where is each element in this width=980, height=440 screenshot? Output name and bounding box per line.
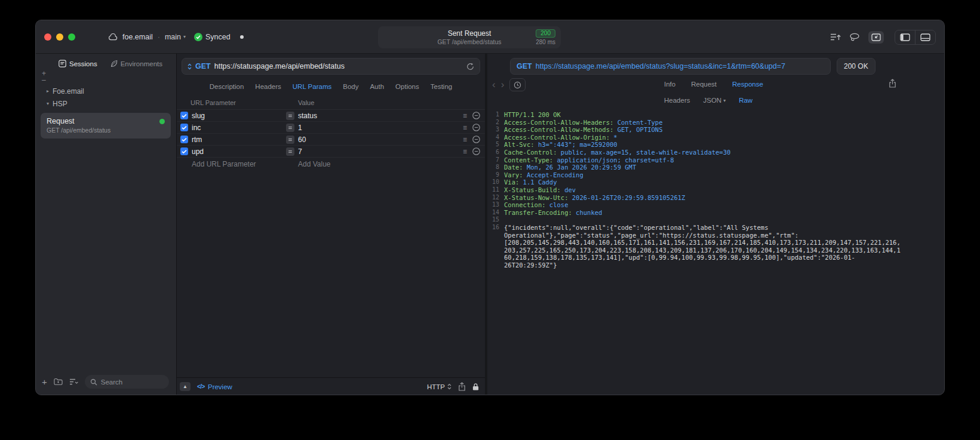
lasso-icon[interactable] bbox=[849, 33, 860, 42]
request-status-capsule[interactable]: Sent Request GET /api/embed/status 200 2… bbox=[378, 26, 561, 48]
param-value[interactable]: status bbox=[298, 112, 463, 120]
param-checkbox[interactable] bbox=[180, 136, 188, 143]
preview-label: Preview bbox=[208, 383, 232, 390]
tab-response[interactable]: Response bbox=[732, 81, 763, 88]
drag-handle-icon[interactable]: ≡ bbox=[463, 147, 467, 156]
drag-handle-icon[interactable]: ≡ bbox=[463, 124, 467, 132]
value-type-icon[interactable] bbox=[286, 136, 294, 144]
param-name[interactable]: slug bbox=[192, 112, 286, 120]
tab-body[interactable]: Body bbox=[343, 83, 358, 90]
add-request-icon[interactable]: + bbox=[42, 378, 47, 386]
line-content: Connection: close bbox=[504, 201, 568, 209]
response-top-row: GET https://statuspage.me/api/embed/stat… bbox=[487, 54, 944, 77]
remove-param-icon[interactable] bbox=[472, 112, 480, 119]
new-folder-icon[interactable] bbox=[54, 378, 63, 386]
response-url-bar[interactable]: GET https://statuspage.me/api/embed/stat… bbox=[510, 58, 831, 75]
response-url: https://statuspage.me/api/embed/status?s… bbox=[536, 62, 785, 70]
request-method[interactable]: GET bbox=[195, 62, 211, 70]
request-panel: GET https://statuspage.me/api/embed/stat… bbox=[177, 54, 487, 395]
branch-name: main bbox=[165, 33, 181, 41]
tree-item-hsp[interactable]: ▾ HSP bbox=[36, 97, 176, 110]
param-checkbox[interactable] bbox=[180, 147, 188, 155]
tab-request[interactable]: Request bbox=[691, 81, 717, 88]
history-clock-button[interactable] bbox=[509, 78, 526, 91]
param-row[interactable]: inc 1 ≡ bbox=[177, 122, 485, 134]
expand-panel-icon[interactable]: ▲ bbox=[180, 382, 191, 391]
param-value[interactable]: 1 bbox=[298, 124, 463, 132]
response-body[interactable]: 1HTTP/1.1 200 OK2Access-Control-Allow-He… bbox=[487, 108, 944, 395]
add-param-row[interactable]: Add URL Parameter Add Value bbox=[177, 158, 485, 171]
line-content: Via: 1.1 Caddy bbox=[504, 179, 557, 186]
minimize-window-button[interactable] bbox=[56, 33, 63, 41]
zoom-window-button[interactable] bbox=[68, 33, 75, 41]
request-url-bar[interactable]: GET https://statuspage.me/api/embed/stat… bbox=[182, 58, 480, 75]
drag-handle-icon[interactable]: ≡ bbox=[463, 112, 467, 120]
subtab-json[interactable]: JSON▾ bbox=[703, 97, 726, 104]
capsule-main: Sent Request GET /api/embed/status bbox=[378, 29, 561, 45]
import-window-icon[interactable] bbox=[868, 31, 884, 44]
request-item-title: Request bbox=[47, 117, 165, 125]
drag-handle-icon[interactable]: ≡ bbox=[463, 136, 467, 144]
tab-environments[interactable]: Environments bbox=[110, 60, 162, 67]
environments-leaf-icon bbox=[110, 60, 118, 67]
param-row[interactable]: slug status ≡ bbox=[177, 110, 485, 122]
add-param-value-placeholder[interactable]: Add Value bbox=[298, 160, 480, 168]
subtab-headers[interactable]: Headers bbox=[664, 97, 690, 104]
history-forward-icon[interactable]: › bbox=[501, 79, 505, 91]
param-name[interactable]: rtm bbox=[192, 136, 286, 144]
tab-info[interactable]: Info bbox=[664, 81, 675, 88]
param-checkbox[interactable] bbox=[180, 124, 188, 131]
export-lines-icon[interactable] bbox=[830, 33, 841, 41]
param-checkbox[interactable] bbox=[180, 112, 188, 119]
tab-options[interactable]: Options bbox=[395, 83, 419, 90]
tab-description[interactable]: Description bbox=[210, 83, 244, 90]
param-row[interactable]: upd 7 ≡ bbox=[177, 146, 485, 158]
param-value[interactable]: 7 bbox=[298, 147, 463, 156]
line-content: {"incidents":null,"overall":{"code":"ope… bbox=[504, 224, 903, 269]
chevron-right-icon: ▸ bbox=[47, 88, 49, 94]
response-line: 1HTTP/1.1 200 OK bbox=[490, 111, 944, 119]
remove-param-icon[interactable] bbox=[472, 136, 480, 143]
tab-headers[interactable]: Headers bbox=[255, 83, 281, 90]
refresh-icon[interactable] bbox=[466, 63, 474, 70]
method-stepper-icon[interactable] bbox=[188, 63, 192, 70]
param-name[interactable]: upd bbox=[192, 147, 286, 156]
value-type-icon[interactable] bbox=[286, 124, 294, 132]
remove-param-icon[interactable] bbox=[472, 124, 480, 131]
remove-param-icon[interactable] bbox=[472, 147, 480, 155]
tab-sessions[interactable]: Sessions bbox=[59, 60, 97, 67]
sort-filter-icon[interactable] bbox=[69, 379, 78, 385]
subtab-raw[interactable]: Raw bbox=[739, 97, 752, 104]
sync-status[interactable]: Synced bbox=[194, 33, 231, 41]
request-url-input[interactable]: https://statuspage.me/api/embed/status bbox=[214, 62, 463, 70]
collapse-icon[interactable]: ‒ bbox=[42, 77, 50, 84]
value-type-icon[interactable] bbox=[286, 112, 294, 120]
tab-auth[interactable]: Auth bbox=[370, 83, 384, 90]
toggle-left-sidebar-icon[interactable] bbox=[895, 30, 915, 44]
lock-icon[interactable] bbox=[472, 383, 479, 391]
toggle-bottom-panel-icon[interactable] bbox=[915, 30, 935, 44]
protocol-selector[interactable]: HTTP bbox=[427, 383, 451, 390]
response-line: 15 bbox=[490, 216, 944, 224]
tree-item-foe-email[interactable]: ▸ Foe.email bbox=[36, 85, 176, 97]
preview-button[interactable]: </> Preview bbox=[197, 383, 232, 390]
param-value[interactable]: 60 bbox=[298, 136, 463, 144]
history-back-icon[interactable]: ‹ bbox=[492, 79, 496, 91]
share-icon[interactable] bbox=[458, 382, 466, 391]
tab-url-params[interactable]: URL Params bbox=[293, 83, 331, 90]
request-list-item-selected[interactable]: Request GET /api/embed/status bbox=[41, 113, 171, 139]
branch-selector[interactable]: main ▾ bbox=[165, 33, 186, 41]
param-row[interactable]: rtm 60 ≡ bbox=[177, 134, 485, 146]
tab-testing[interactable]: Testing bbox=[431, 83, 452, 90]
search-input[interactable] bbox=[101, 379, 164, 386]
line-number: 6 bbox=[490, 149, 499, 156]
param-name[interactable]: inc bbox=[192, 124, 286, 132]
line-number: 2 bbox=[490, 119, 499, 127]
response-duration: 280 ms bbox=[536, 39, 555, 45]
sidebar-search[interactable] bbox=[85, 375, 169, 389]
add-param-name-placeholder[interactable]: Add URL Parameter bbox=[192, 160, 286, 168]
share-response-icon[interactable] bbox=[889, 79, 896, 88]
close-window-button[interactable] bbox=[44, 33, 51, 41]
value-type-icon[interactable] bbox=[286, 147, 294, 156]
project-name[interactable]: foe.email bbox=[122, 33, 153, 41]
